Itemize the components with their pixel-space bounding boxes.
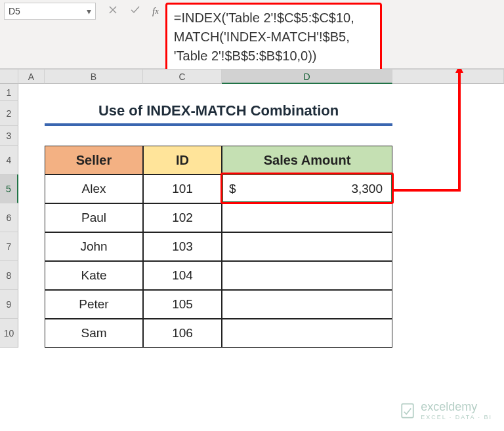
cell-seller[interactable]: Sam: [45, 319, 143, 348]
row-header[interactable]: 9: [0, 290, 18, 319]
row-header[interactable]: 1: [0, 84, 18, 101]
currency-value: 3,300: [351, 182, 383, 196]
logo-icon: [398, 401, 417, 420]
row-header[interactable]: 10: [0, 319, 18, 348]
cell-seller[interactable]: Paul: [45, 203, 143, 232]
cell-sales[interactable]: [222, 203, 392, 232]
cell-id[interactable]: 106: [143, 319, 222, 348]
accept-icon[interactable]: [130, 5, 140, 18]
fx-icon[interactable]: fx: [152, 3, 165, 20]
svg-rect-1: [402, 403, 413, 417]
cell-sales[interactable]: [222, 319, 392, 348]
formula-bar-icons: [96, 3, 152, 20]
currency-symbol: $: [229, 182, 236, 196]
cell-seller[interactable]: Kate: [45, 261, 143, 290]
name-box[interactable]: D5 ▾: [4, 3, 96, 20]
col-header[interactable]: A: [18, 70, 45, 84]
chevron-down-icon[interactable]: ▾: [87, 6, 91, 16]
cell-id[interactable]: 105: [143, 290, 222, 319]
table-header-sales: Sales Amount: [222, 146, 392, 174]
cell-id[interactable]: 103: [143, 232, 222, 261]
formula-input[interactable]: =INDEX('Table 2'!$C$5:$C$10, MATCH('INDE…: [165, 3, 382, 72]
watermark-tag: EXCEL · DATA · BI: [421, 414, 492, 421]
cell-id[interactable]: 102: [143, 203, 222, 232]
cell-seller[interactable]: John: [45, 232, 143, 261]
row-header[interactable]: 3: [0, 126, 18, 146]
page-title: Use of INDEX-MATCH Combination: [45, 101, 392, 126]
formula-line: =INDEX('Table 2'!$C$5:$C$10,: [174, 9, 373, 28]
watermark: exceldemy EXCEL · DATA · BI: [398, 400, 492, 421]
cell-sales[interactable]: $ 3,300: [222, 174, 392, 203]
col-header[interactable]: D: [222, 70, 392, 84]
col-header[interactable]: C: [143, 70, 222, 84]
cell-id[interactable]: 104: [143, 261, 222, 290]
cancel-icon[interactable]: [108, 5, 118, 18]
formula-bar: D5 ▾ fx =INDEX('Table 2'!$C$5:$C$10, MAT…: [0, 0, 504, 69]
row-header[interactable]: 2: [0, 101, 18, 126]
table-header-seller: Seller: [45, 146, 143, 174]
row-header[interactable]: 6: [0, 203, 18, 232]
name-box-value: D5: [9, 6, 20, 16]
row-header[interactable]: 8: [0, 261, 18, 290]
column-headers: A B C D: [0, 69, 504, 84]
formula-line: 'Table 2'!$B$5:$B$10,0)): [174, 47, 373, 66]
row-header[interactable]: 4: [0, 146, 18, 174]
cell-sales[interactable]: [222, 290, 392, 319]
table-header-id: ID: [143, 146, 222, 174]
cell-sales[interactable]: [222, 232, 392, 261]
watermark-brand: exceldemy: [421, 400, 477, 413]
row-header[interactable]: 7: [0, 232, 18, 261]
cell-seller[interactable]: Alex: [45, 174, 143, 203]
col-header[interactable]: B: [45, 70, 143, 84]
row-header[interactable]: 5: [0, 174, 18, 203]
worksheet[interactable]: A B C D 1 2 Use of INDEX-MATCH Combinati…: [0, 69, 504, 348]
formula-line: MATCH('INDEX-MATCH'!$B5,: [174, 28, 373, 47]
cell-id[interactable]: 101: [143, 174, 222, 203]
col-header[interactable]: [392, 70, 504, 84]
cell-sales[interactable]: [222, 261, 392, 290]
select-all-corner[interactable]: [0, 70, 18, 84]
cell-seller[interactable]: Peter: [45, 290, 143, 319]
